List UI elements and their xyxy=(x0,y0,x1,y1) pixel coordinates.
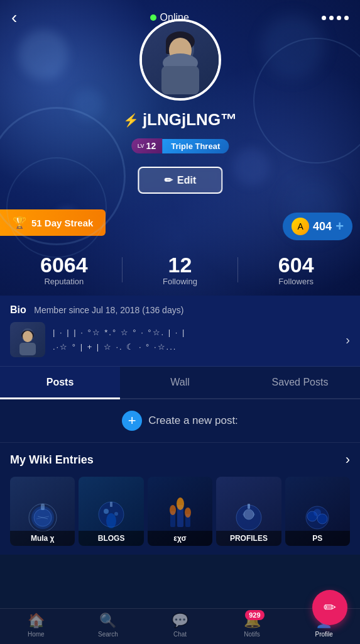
profile-tabs: Posts Wall Saved Posts xyxy=(0,367,360,399)
bio-since: Member since Jul 18, 2018 (136 days) xyxy=(34,305,183,315)
svg-point-28 xyxy=(244,509,254,519)
home-label: Home xyxy=(28,631,45,638)
search-label: Search xyxy=(98,631,118,638)
bottom-tab-home[interactable]: 🏠 Home xyxy=(0,613,72,638)
add-coins-button[interactable]: + xyxy=(335,218,344,235)
wiki-label: εχσ xyxy=(148,531,212,546)
svg-point-33 xyxy=(314,509,321,516)
level-number: 12 xyxy=(146,141,156,151)
svg-point-8 xyxy=(23,331,33,342)
followers-label: Followers xyxy=(238,277,354,286)
bio-text: | · | | · °☆ *.° ☆ ° · °☆. | · | .·☆ ° |… xyxy=(53,325,338,355)
wiki-header: My Wiki Entries › xyxy=(10,452,350,468)
svg-rect-29 xyxy=(248,504,250,509)
avatar[interactable] xyxy=(139,19,221,101)
dot-icon xyxy=(337,16,341,20)
home-icon: 🏠 xyxy=(28,613,45,629)
bio-expand-button[interactable]: › xyxy=(346,333,350,347)
svg-rect-13 xyxy=(41,504,45,510)
fab-icon: ✏ xyxy=(324,599,336,616)
create-post-section[interactable]: + Create a new post: xyxy=(0,399,360,443)
bottom-tab-chat[interactable]: 💬 Chat xyxy=(144,613,216,638)
username: ⚡ jLNGjLNG™ xyxy=(123,110,237,130)
avatar-container xyxy=(139,19,221,101)
svg-rect-20 xyxy=(110,502,112,507)
wiki-card[interactable]: PS xyxy=(285,477,350,546)
fab-button[interactable]: ✏ xyxy=(312,590,347,625)
dot-icon xyxy=(344,16,349,20)
following-stat: 12 Following xyxy=(123,253,238,286)
level-badge: LV 12 xyxy=(131,138,162,153)
svg-rect-9 xyxy=(19,343,36,355)
dot-icon xyxy=(329,16,334,20)
wiki-expand-button[interactable]: › xyxy=(346,452,350,468)
wiki-label: PROFILES xyxy=(216,531,281,546)
wiki-card[interactable]: PROFILES xyxy=(216,477,281,546)
followers-count: 604 xyxy=(238,253,354,277)
bottom-tab-notifications[interactable]: 🔔 929 Notifs xyxy=(216,613,288,638)
profile-label: Profile xyxy=(315,631,332,638)
edit-button[interactable]: ✏ Edit xyxy=(138,167,222,194)
svg-point-18 xyxy=(104,509,109,514)
edit-button-container: ✏ Edit xyxy=(138,167,222,194)
reputation-label: Reputation xyxy=(6,277,122,286)
notification-badge: 929 xyxy=(245,610,264,620)
stats-row: 6064 Reputation 12 Following 604 Followe… xyxy=(0,253,360,286)
username-section: ⚡ jLNGjLNG™ xyxy=(123,110,237,130)
svg-point-17 xyxy=(106,513,116,528)
bio-section: Bio Member since Jul 18, 2018 (136 days)… xyxy=(0,296,360,367)
back-button[interactable]: ‹ xyxy=(11,9,17,26)
tab-saved-posts[interactable]: Saved Posts xyxy=(240,367,360,398)
svg-point-26 xyxy=(185,508,191,518)
svg-point-24 xyxy=(170,505,176,515)
badge-row: LV 12 Triple Threat xyxy=(131,138,229,153)
wiki-label: PS xyxy=(285,531,350,546)
search-icon: 🔍 xyxy=(99,613,116,629)
chat-label: Chat xyxy=(173,631,187,638)
svg-point-22 xyxy=(177,497,184,510)
amino-coin[interactable]: A 404 + xyxy=(283,213,352,240)
wiki-grid: Mula χ BLOGS xyxy=(10,477,350,546)
more-menu-button[interactable] xyxy=(322,16,349,20)
title-badge: Triple Threat xyxy=(162,139,229,153)
notifications-wrapper: 🔔 929 xyxy=(244,613,261,629)
dot-icon xyxy=(322,16,326,20)
create-post-icon: + xyxy=(122,411,142,431)
lv-prefix: LV xyxy=(138,143,145,149)
bio-header: Bio xyxy=(10,304,26,315)
wiki-card[interactable]: BLOGS xyxy=(79,477,143,546)
bottom-spacer xyxy=(0,555,360,611)
wiki-label: Mula χ xyxy=(10,531,75,546)
followers-stat: 604 Followers xyxy=(238,253,354,286)
bio-content: | · | | · °☆ *.° ☆ ° · °☆. | · | .·☆ ° |… xyxy=(10,322,350,357)
avatar-image xyxy=(142,21,219,98)
chat-icon: 💬 xyxy=(172,613,188,629)
create-post-label: Create a new post: xyxy=(148,414,238,427)
following-count: 12 xyxy=(123,253,238,277)
coin-icon: A xyxy=(292,218,309,235)
wiki-card[interactable]: εχσ xyxy=(148,477,212,546)
profile-header: ‹ Online xyxy=(0,0,360,296)
svg-point-19 xyxy=(114,512,118,516)
bottom-tab-bar: 🏠 Home 🔍 Search 💬 Chat 🔔 929 Notifs 👤 Pr… xyxy=(0,608,360,644)
edit-icon: ✏ xyxy=(164,174,172,186)
wiki-section: My Wiki Entries › Mula χ xyxy=(0,443,360,555)
wiki-label: BLOGS xyxy=(79,531,143,546)
svg-rect-5 xyxy=(161,66,199,94)
lightning-icon: ⚡ xyxy=(123,113,139,128)
notifications-label: Notifs xyxy=(244,631,260,638)
bottom-tab-search[interactable]: 🔍 Search xyxy=(72,613,145,638)
wiki-title: My Wiki Entries xyxy=(10,453,94,467)
bio-avatar xyxy=(10,322,45,357)
tab-posts[interactable]: Posts xyxy=(0,367,120,398)
reputation-stat: 6064 Reputation xyxy=(6,253,122,286)
coin-count: 404 xyxy=(313,220,332,233)
wiki-card[interactable]: Mula χ xyxy=(10,477,75,546)
following-label: Following xyxy=(123,277,238,286)
tab-wall[interactable]: Wall xyxy=(120,367,240,398)
